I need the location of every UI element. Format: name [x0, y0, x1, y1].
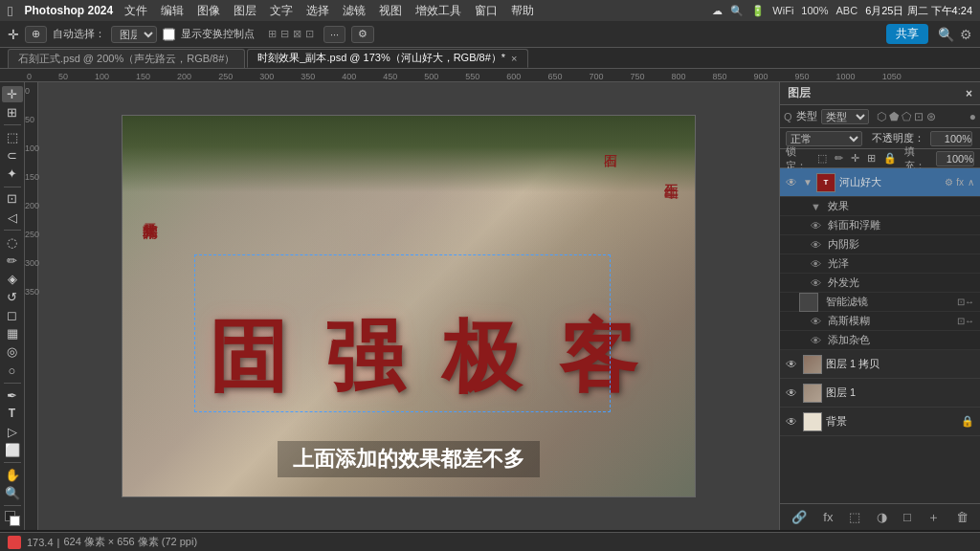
- text-tool[interactable]: T: [2, 406, 23, 422]
- tab-stone[interactable]: 石刻正式.psd @ 200%（声先路云，RGB/8#）: [8, 49, 245, 68]
- effect-inner-vis[interactable]: 👁: [811, 239, 824, 251]
- zoom-value: 173.4: [27, 537, 54, 548]
- hand-tool[interactable]: ✋: [2, 467, 23, 483]
- char-2: 强: [325, 305, 404, 410]
- layers-filter-bar: Q 类型 类型 ⬡⬟⬠⊡⊛ ●: [780, 105, 980, 128]
- tool-separator-6: [4, 505, 21, 506]
- gradient-tool[interactable]: ▦: [2, 325, 23, 342]
- filter-toggle[interactable]: ●: [969, 110, 976, 123]
- menu-text[interactable]: 文字: [270, 3, 293, 19]
- extra-options-btn[interactable]: ···: [323, 26, 345, 43]
- new-layer-btn[interactable]: ＋: [924, 507, 944, 528]
- history-brush[interactable]: ↺: [2, 289, 23, 305]
- effect-satin-vis[interactable]: 👁: [811, 258, 824, 270]
- menu-select[interactable]: 选择: [306, 3, 329, 19]
- menu-file[interactable]: 文件: [124, 3, 147, 19]
- search-btn[interactable]: 🔍: [938, 27, 954, 42]
- lock-position-icon[interactable]: ✛: [851, 152, 859, 165]
- tab-shike[interactable]: 时刻效果_副本.psd @ 173%（河山好大，RGB/8#）* ×: [247, 49, 527, 68]
- menu-plugins[interactable]: 增效工具: [415, 3, 461, 19]
- link-layers-btn[interactable]: 🔗: [788, 508, 811, 526]
- abc-label: ABC: [836, 5, 858, 16]
- layer-visibility-hedshan[interactable]: 👁: [786, 176, 799, 189]
- filter-type-select[interactable]: 类型: [821, 109, 869, 124]
- apple-logo: : [8, 3, 12, 19]
- eyedropper-tool[interactable]: ◁: [2, 209, 23, 226]
- effect-outerglow[interactable]: 👁 外发光: [780, 274, 980, 293]
- statusbar: 173.4 | 624 像素 × 656 像素 (72 ppi): [0, 532, 980, 551]
- lock-artboard-icon[interactable]: ⊞: [867, 152, 876, 165]
- layers-panel-footer: 🔗 fx ⬚ ◑ □ ＋ 🗑: [780, 503, 980, 530]
- menu-help[interactable]: 帮助: [511, 3, 534, 19]
- tab-close-icon[interactable]: ×: [511, 53, 517, 64]
- shape-tool[interactable]: ⬜: [2, 442, 23, 458]
- wifi-icon: WiFi: [772, 5, 793, 16]
- layer-item-1[interactable]: 👁 图层 1: [780, 379, 980, 408]
- menu-filter[interactable]: 滤镜: [343, 3, 366, 19]
- filter-icons: ⬡⬟⬠⊡⊛: [877, 110, 939, 123]
- effect-bevel-vis[interactable]: 👁: [811, 220, 824, 231]
- effect-noise-vis[interactable]: 👁: [811, 335, 824, 346]
- lock-image-icon[interactable]: ✏: [835, 152, 843, 165]
- lock-pixels-icon[interactable]: ⬚: [817, 152, 827, 165]
- layer-name-copy: 图层 1 拷贝: [826, 357, 974, 371]
- settings-btn[interactable]: ⚙: [351, 26, 374, 43]
- brush-tool[interactable]: ✏: [2, 253, 23, 269]
- layer-vis-1[interactable]: 👁: [786, 386, 799, 400]
- marquee-tool[interactable]: ⬚: [2, 129, 23, 145]
- foreground-bg-color[interactable]: [2, 510, 23, 526]
- blur-tool[interactable]: ◎: [2, 343, 23, 360]
- move-tool[interactable]: ✛: [2, 86, 23, 102]
- tool-options-btn[interactable]: ⊕: [25, 26, 47, 43]
- effect-satin[interactable]: 👁 光泽: [780, 254, 980, 274]
- magic-wand-tool[interactable]: ✦: [2, 165, 23, 182]
- layer-item-copy[interactable]: 👁 图层 1 拷贝: [780, 350, 980, 379]
- lasso-tool[interactable]: ⊂: [2, 147, 23, 164]
- menu-window[interactable]: 窗口: [475, 3, 498, 19]
- effect-gauss-vis[interactable]: 👁: [811, 316, 824, 327]
- pen-tool[interactable]: ✒: [2, 386, 23, 403]
- effect-gaussblur[interactable]: 👁 高斯模糊 ⊡↔: [780, 312, 980, 331]
- effect-innershadow[interactable]: 👁 内阴影: [780, 235, 980, 254]
- layer-vis-bg[interactable]: 👁: [786, 415, 799, 429]
- add-mask-btn[interactable]: ⬚: [845, 508, 864, 526]
- canvas-image[interactable]: 天牛闻荣雅林 红山三十三年 石国 固 强 极 客 上面添: [122, 115, 696, 497]
- effect-bevel[interactable]: 👁 斜面和浮雕: [780, 216, 980, 235]
- menu-layer[interactable]: 图层: [234, 3, 256, 19]
- more-btn[interactable]: ⚙: [960, 27, 972, 42]
- layer-expand-hedshan[interactable]: ▼: [803, 177, 813, 187]
- new-group-btn[interactable]: □: [900, 508, 915, 526]
- layer-item-bg[interactable]: 👁 背景 🔒: [780, 408, 980, 436]
- add-fx-btn[interactable]: fx: [819, 508, 836, 526]
- path-select-tool[interactable]: ▷: [2, 424, 23, 440]
- layer-select[interactable]: 图层: [111, 26, 157, 43]
- zoom-tool[interactable]: 🔍: [2, 485, 23, 501]
- delete-layer-btn[interactable]: 🗑: [952, 508, 972, 526]
- dodge-tool[interactable]: ○: [2, 363, 23, 379]
- effect-outer-vis[interactable]: 👁: [811, 277, 824, 289]
- menu-view[interactable]: 视图: [379, 3, 402, 19]
- panel-close-btn[interactable]: ×: [966, 87, 972, 100]
- ruler-vertical: 0 50 100 150 200 250 300 350: [25, 82, 38, 530]
- menu-edit[interactable]: 编辑: [161, 3, 184, 19]
- stamp-tool[interactable]: ◈: [2, 271, 23, 287]
- lock-all-icon[interactable]: 🔒: [883, 152, 897, 165]
- spot-heal-tool[interactable]: ◌: [2, 233, 23, 250]
- fill-input[interactable]: [936, 151, 974, 166]
- new-adj-btn[interactable]: ◑: [873, 508, 891, 526]
- tool-separator-2: [4, 187, 21, 187]
- move-tool-icon: ✛: [8, 27, 19, 42]
- tool-separator-3: [4, 230, 21, 231]
- layer-item-hedshan[interactable]: 👁 ▼ T 河山好大 ⚙ fx ∧: [780, 168, 980, 197]
- effect-addnoise[interactable]: 👁 添加杂色: [780, 331, 980, 350]
- crop-tool[interactable]: ⊡: [2, 190, 23, 207]
- menu-image[interactable]: 图像: [197, 3, 220, 19]
- opacity-input[interactable]: [930, 131, 972, 146]
- eraser-tool[interactable]: ◻: [2, 307, 23, 323]
- canvas-area[interactable]: 0 50 100 150 200 250 300 350 天牛闻荣雅林 红山三十…: [25, 82, 779, 530]
- transform-checkbox[interactable]: [163, 26, 175, 43]
- effect-addnoise-label: 添加杂色: [828, 333, 870, 347]
- layer-vis-copy[interactable]: 👁: [786, 358, 799, 371]
- artboard-tool[interactable]: ⊞: [2, 104, 23, 121]
- share-button[interactable]: 共享: [886, 24, 928, 44]
